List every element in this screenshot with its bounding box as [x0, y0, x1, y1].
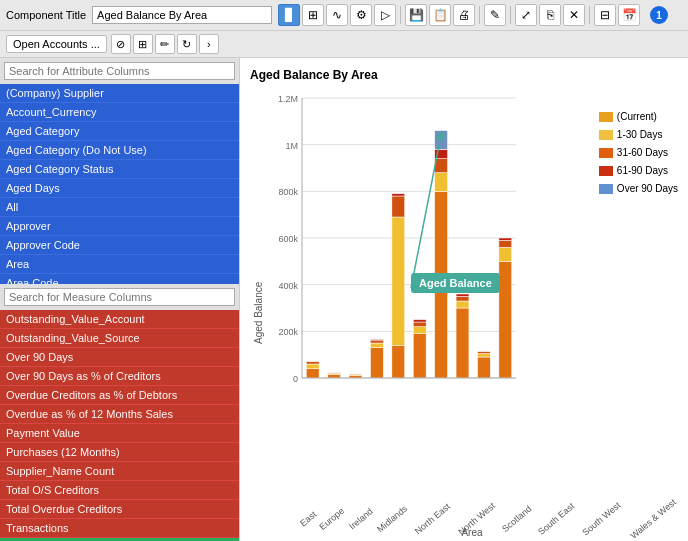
attr-list-item[interactable]: Area [0, 255, 239, 274]
attr-list-item[interactable]: Account_Currency [0, 103, 239, 122]
measure-list-item[interactable]: Outstanding_Value_Source [0, 329, 239, 348]
svg-rect-43 [456, 294, 469, 296]
attr-list-item[interactable]: Aged Category Status [0, 160, 239, 179]
measure-search-input[interactable] [4, 288, 235, 306]
settings-icon[interactable]: ⚙ [350, 4, 372, 26]
attr-list-item[interactable]: Aged Category (Do Not Use) [0, 141, 239, 160]
table-icon[interactable]: ⊞ [302, 4, 324, 26]
separator-4 [589, 6, 590, 24]
svg-text:200k: 200k [278, 327, 298, 337]
calendar-icon[interactable]: 📅 [618, 4, 640, 26]
edit-icon[interactable]: ✎ [484, 4, 506, 26]
measure-list-item[interactable]: Total O/S Creditors [0, 481, 239, 500]
measure-list-item[interactable]: Payment Value [0, 424, 239, 443]
separator-3 [510, 6, 511, 24]
svg-rect-50 [499, 238, 512, 240]
attr-list-item[interactable]: Approver Code [0, 236, 239, 255]
bar-chart-icon[interactable]: ▊ [278, 4, 300, 26]
chevron-right-icon[interactable]: › [199, 34, 219, 54]
attr-list-item[interactable]: (Company) Supplier [0, 84, 239, 103]
open-accounts-button[interactable]: Open Accounts ... [6, 35, 107, 53]
grid2-icon[interactable]: ⊞ [133, 34, 153, 54]
chart-plot: 0200k400k600k800k1M1.2M Aged Balance (Cu… [266, 88, 678, 511]
filter-icon[interactable]: ⊘ [111, 34, 131, 54]
svg-rect-14 [306, 369, 319, 378]
measure-list-item[interactable]: Over 90 Days [0, 348, 239, 367]
measure-list-item[interactable]: Transactions [0, 519, 239, 538]
attr-list-item[interactable]: All [0, 198, 239, 217]
svg-rect-45 [477, 354, 490, 358]
measure-list-item[interactable]: Over 90 Days as % of Creditors [0, 367, 239, 386]
attr-list-item[interactable]: Aged Days [0, 179, 239, 198]
attr-search-input[interactable] [4, 62, 235, 80]
svg-rect-35 [435, 191, 448, 378]
svg-rect-32 [413, 327, 426, 334]
legend-color [599, 184, 613, 194]
legend-item: Over 90 Days [599, 180, 678, 198]
measure-list-item[interactable]: Overdue Creditors as % of Debtors [0, 386, 239, 405]
svg-rect-48 [499, 247, 512, 261]
legend-label: Over 90 Days [617, 180, 678, 198]
svg-rect-34 [413, 320, 426, 322]
separator-2 [479, 6, 480, 24]
right-arrow-icon[interactable]: ▷ [374, 4, 396, 26]
measure-list-item[interactable]: Outstanding_Value_Account [0, 310, 239, 329]
pencil-icon[interactable]: ✏ [155, 34, 175, 54]
legend-item: (Current) [599, 108, 678, 126]
y-axis-label: Aged Balance [250, 88, 266, 538]
svg-rect-40 [456, 308, 469, 378]
main-content: (Company) SupplierAccount_CurrencyAged C… [0, 58, 688, 541]
export-icon[interactable]: 📋 [429, 4, 451, 26]
legend-color [599, 130, 613, 140]
measure-list-item[interactable]: Overdue as % of 12 Months Sales [0, 405, 239, 424]
svg-rect-24 [370, 343, 383, 348]
svg-rect-49 [499, 240, 512, 247]
attr-search-box [0, 58, 239, 84]
svg-text:1M: 1M [285, 141, 298, 151]
legend-color [599, 112, 613, 122]
svg-rect-33 [413, 322, 426, 327]
right-panel: Aged Balance By Area Aged Balance 0200k4… [240, 58, 688, 541]
print-icon[interactable]: 🖨 [453, 4, 475, 26]
svg-rect-23 [370, 348, 383, 378]
x-axis-labels: EastEuropeIrelandMidlandsNorth EastNorth… [296, 511, 678, 525]
svg-rect-44 [477, 357, 490, 378]
component-title-input[interactable] [92, 6, 272, 24]
measure-search-box [0, 284, 239, 310]
attr-list-item[interactable]: Aged Category [0, 122, 239, 141]
legend-label: 61-90 Days [617, 162, 668, 180]
refresh-icon[interactable]: ↻ [177, 34, 197, 54]
svg-rect-39 [435, 131, 448, 150]
move-icon[interactable]: ⤢ [515, 4, 537, 26]
svg-text:800k: 800k [278, 187, 298, 197]
svg-rect-30 [392, 194, 405, 196]
second-bar: Open Accounts ... ⊘ ⊞ ✏ ↻ › [0, 31, 688, 58]
component-title-label: Component Title [6, 9, 86, 21]
svg-text:1.2M: 1.2M [278, 94, 298, 104]
svg-rect-47 [499, 261, 512, 378]
attr-list-item[interactable]: Area Code [0, 274, 239, 284]
attr-list-item[interactable]: Approver [0, 217, 239, 236]
legend-color [599, 148, 613, 158]
copy-icon[interactable]: ⎘ [539, 4, 561, 26]
legend-color [599, 166, 613, 176]
svg-text:600k: 600k [278, 234, 298, 244]
close-icon[interactable]: ✕ [563, 4, 585, 26]
legend: (Current)1-30 Days31-60 Days61-90 DaysOv… [599, 108, 678, 198]
svg-rect-46 [477, 352, 490, 354]
toolbar-icons: ▊ ⊞ ∿ ⚙ ▷ 💾 📋 🖨 ✎ ⤢ ⎘ ✕ ⊟ 📅 [278, 4, 640, 26]
measure-list-item[interactable]: Purchases (12 Months) [0, 443, 239, 462]
measure-list-item[interactable]: Total Overdue Creditors [0, 500, 239, 519]
separator-1 [400, 6, 401, 24]
line-chart-icon[interactable]: ∿ [326, 4, 348, 26]
svg-rect-16 [306, 362, 319, 364]
measure-list: Outstanding_Value_AccountOutstanding_Val… [0, 310, 239, 541]
svg-rect-42 [456, 296, 469, 301]
svg-rect-15 [306, 364, 319, 369]
grid-icon[interactable]: ⊟ [594, 4, 616, 26]
left-panel: (Company) SupplierAccount_CurrencyAged C… [0, 58, 240, 541]
save-icon[interactable]: 💾 [405, 4, 427, 26]
measure-list-item[interactable]: Supplier_Name Count [0, 462, 239, 481]
svg-text:400k: 400k [278, 281, 298, 291]
svg-rect-36 [435, 173, 448, 192]
